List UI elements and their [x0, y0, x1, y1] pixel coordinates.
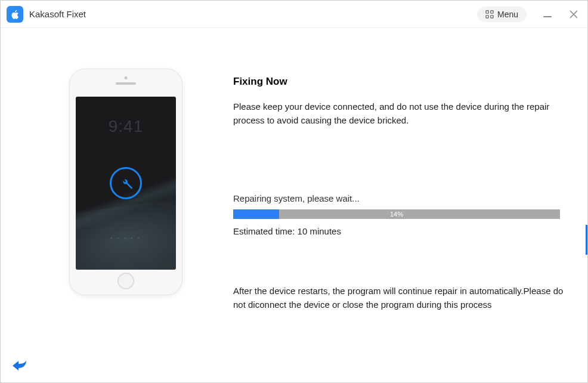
svg-rect-0	[486, 10, 488, 13]
phone-camera-dot-icon	[125, 76, 128, 79]
page-dots-icon: ● ● ● ● ●	[76, 236, 176, 240]
back-button[interactable]	[11, 359, 27, 374]
footer-note: After the device restarts, the program w…	[233, 284, 564, 312]
content-area: 9:41 ● ● ● ● ● Fixing Now Please keep yo…	[1, 28, 587, 382]
side-accent-strip	[586, 225, 587, 255]
svg-rect-3	[491, 15, 493, 17]
page-heading: Fixing Now	[233, 76, 570, 88]
progress-bar: 14%	[233, 209, 560, 219]
wrench-icon	[118, 175, 134, 191]
phone-speaker-icon	[116, 82, 136, 85]
device-preview-column: 9:41 ● ● ● ● ●	[18, 46, 233, 370]
intro-text: Please keep your device connected, and d…	[233, 100, 564, 128]
minimize-button[interactable]	[543, 16, 552, 17]
wallpaper-wave-icon	[76, 194, 176, 270]
status-column: Fixing Now Please keep your device conne…	[233, 46, 570, 370]
phone-home-button-icon	[117, 273, 134, 289]
menu-grid-icon	[485, 10, 494, 18]
titlebar: Kakasoft Fixet Menu	[1, 1, 587, 28]
app-logo-icon	[7, 6, 23, 23]
lockscreen-time: 9:41	[76, 117, 176, 136]
phone-mockup: 9:41 ● ● ● ● ●	[69, 69, 182, 295]
svg-rect-1	[491, 10, 493, 13]
app-title: Kakasoft Fixet	[29, 9, 477, 19]
close-button[interactable]	[570, 8, 578, 20]
progress-percent-label: 14%	[233, 209, 560, 219]
apple-icon	[10, 9, 20, 20]
close-icon	[570, 10, 578, 18]
svg-rect-2	[486, 15, 488, 17]
back-arrow-icon	[11, 359, 27, 372]
menu-label: Menu	[497, 10, 518, 19]
app-window: Kakasoft Fixet Menu	[0, 0, 588, 383]
menu-button[interactable]: Menu	[477, 7, 527, 22]
phone-screen: 9:41 ● ● ● ● ●	[76, 97, 176, 270]
window-controls	[543, 8, 578, 20]
repair-overlay-icon	[110, 167, 142, 199]
progress-status-label: Repairing system, please wait...	[233, 193, 570, 203]
estimated-time: Estimated time: 10 minutes	[233, 226, 570, 236]
